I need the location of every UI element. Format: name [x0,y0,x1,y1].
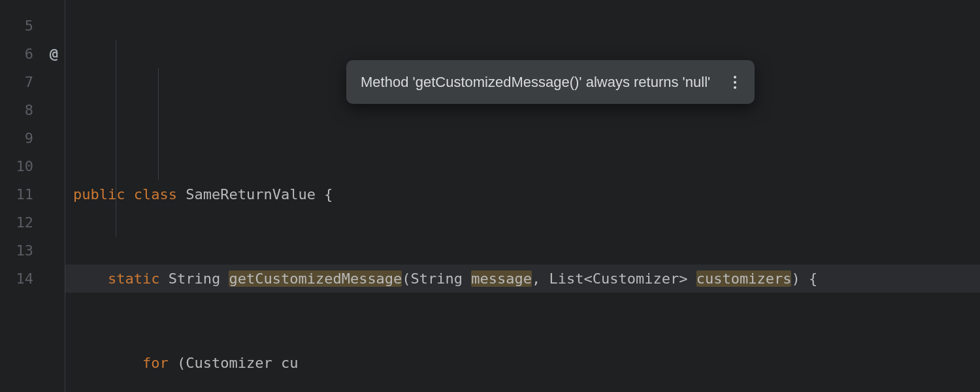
param-warning: message [471,270,532,287]
tooltip-text: Method 'getCustomizedMessage()' always r… [361,68,710,96]
line-gutter: 5 6@ 7 8 9 10 11 12 13 14 [0,0,65,392]
code-line[interactable]: public class SameReturnValue { [65,180,980,208]
code-area[interactable]: public class SameReturnValue { static St… [65,0,980,392]
code-line[interactable]: static String getCustomizedMessage(Strin… [65,265,980,293]
inspection-tooltip[interactable]: Method 'getCustomizedMessage()' always r… [346,60,755,104]
more-actions-icon[interactable] [730,72,740,93]
line-number: 10 [0,152,65,180]
line-number: 9 [0,124,65,152]
indent-guide [158,68,159,180]
line-number: 12 [0,208,65,237]
line-number: 11 [0,180,65,208]
line-number: 7 [0,68,65,96]
line-number: 13 [0,237,65,265]
line-number: 8 [0,96,65,124]
line-number: 6@ [0,40,65,68]
method-name-warning: getCustomizedMessage [229,270,402,287]
line-number: 5 [0,12,65,40]
param-warning: customizers [696,270,792,287]
code-editor[interactable]: 5 6@ 7 8 9 10 11 12 13 14 public class S… [0,0,980,392]
gutter-annotation-icon[interactable]: @ [50,40,58,68]
code-line[interactable]: for (Customizer cu [65,349,980,377]
line-number: 14 [0,265,65,293]
